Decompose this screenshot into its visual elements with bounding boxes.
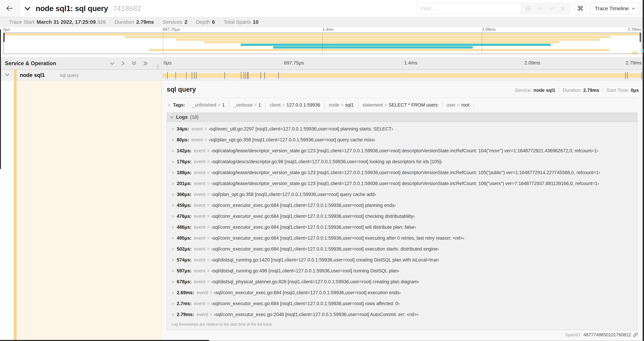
page-title: node sql1: sql query xyxy=(36,4,108,13)
chevron-right-icon[interactable] xyxy=(172,226,174,229)
log-entry-row[interactable]: 486μs: event = ‹sql/conn_executor_exec.g… xyxy=(167,222,637,233)
chevron-right-icon[interactable] xyxy=(172,248,174,251)
chevron-right-icon[interactable] xyxy=(172,237,174,240)
trace-summary-item: Trace StartMarch 31 2022, 17:25:09.326 xyxy=(5,19,110,25)
log-value: ‹sql/catalog/lease/descriptor_version_st… xyxy=(211,181,599,186)
log-timestamp: 201μs: xyxy=(177,181,192,186)
log-value: ‹sql/distsql_running.go:498 [nsql1,clien… xyxy=(211,268,399,274)
log-entry-row[interactable]: 502μs: event = ‹sql/conn_executor_exec.g… xyxy=(167,244,637,254)
span-timeline-cell[interactable] xyxy=(162,70,642,80)
log-entry-row[interactable]: 2.69ms: event = ‹sql/conn_executor_exec.… xyxy=(167,287,637,298)
summary-value: 2 xyxy=(184,19,188,25)
column-resizer-handle[interactable] xyxy=(157,65,159,69)
minimap-span-bar xyxy=(273,46,473,49)
logs-header[interactable]: Logs (18) xyxy=(167,113,637,122)
log-value: ‹sql/conn_executor_exec.go:2046 [nsql1,c… xyxy=(214,312,418,317)
log-entry-row[interactable]: 574μs: event = ‹sql/distsql_running.go:1… xyxy=(167,254,637,265)
summary-label: Services xyxy=(162,19,182,25)
log-value: ‹sql/conn_executor_exec.go:684 [nsql1,cl… xyxy=(214,290,400,295)
keyboard-shortcuts-button[interactable]: ⌘ xyxy=(574,3,586,14)
top-bar: node sql1: sql query 7418682 xyxy=(0,0,644,17)
log-timestamp: 597μs: xyxy=(177,268,192,274)
log-value: ‹sql/plan_opt.go:358 [nsql1,client=127.0… xyxy=(208,137,375,143)
span-duration-bar[interactable] xyxy=(162,74,642,78)
trace-view-selector[interactable]: Trace Timeline xyxy=(590,3,640,14)
log-entry-row[interactable]: 2.7ms: event = ‹sql/conn_executor_exec.g… xyxy=(167,298,637,309)
span-row[interactable]: node sql1 sql query xyxy=(0,70,644,81)
chevron-right-icon[interactable] xyxy=(172,171,174,174)
viewport-left-scrubber[interactable] xyxy=(4,33,5,42)
chevron-right-icon[interactable] xyxy=(172,204,174,207)
log-key: event xyxy=(194,214,206,219)
chevron-right-icon[interactable] xyxy=(168,103,170,107)
timeline-header: Service & Operation 0μs 697.75μs 1.4m xyxy=(0,57,644,70)
minimap-tick: 2.79ms xyxy=(628,27,641,32)
log-event-tick xyxy=(244,72,244,79)
log-entry-row[interactable]: 678μs: event = ‹sql/distsql_physical_pla… xyxy=(167,276,637,287)
log-timestamp: 574μs: xyxy=(177,257,192,263)
minimap-tick: 1.4ms xyxy=(322,27,334,32)
log-event-tick xyxy=(642,72,642,79)
chevron-right-icon[interactable] xyxy=(172,193,174,196)
chevron-right-icon[interactable] xyxy=(172,138,174,142)
chevron-right-icon[interactable] xyxy=(172,269,174,272)
tag-key-value: statement=SELECT * FROM users xyxy=(358,102,442,109)
back-button[interactable] xyxy=(0,0,20,17)
clear-find-icon[interactable] xyxy=(559,5,566,12)
trace-minimap[interactable] xyxy=(3,33,642,54)
log-entry-row[interactable]: 80μs: event = ‹sql/plan_opt.go:358 [nsql… xyxy=(167,134,637,145)
chevron-right-icon[interactable] xyxy=(172,291,174,294)
log-entry-row[interactable]: 495μs: event = ‹sql/conn_executor_exec.g… xyxy=(167,233,637,244)
chevron-right-icon[interactable] xyxy=(172,128,174,131)
ruler-label: 2.09ms xyxy=(522,57,642,69)
log-event-tick xyxy=(194,72,194,79)
log-entry-row[interactable]: 459μs: event = ‹sql/conn_executor_exec.g… xyxy=(167,200,637,211)
previous-match-icon[interactable] xyxy=(536,5,544,12)
log-timestamp: 176μs: xyxy=(177,159,192,164)
log-key: event xyxy=(194,181,206,186)
bottom-screen-edge xyxy=(0,340,209,341)
chevron-right-icon[interactable] xyxy=(172,313,174,316)
log-event-tick xyxy=(248,72,248,79)
double-chevron-down-icon[interactable] xyxy=(131,61,137,66)
minimap-span-bar xyxy=(204,41,560,43)
log-entry-row[interactable]: 476μs: event = ‹sql/conn_executor_exec.g… xyxy=(167,211,637,222)
chevron-down-icon[interactable] xyxy=(170,116,174,119)
chevron-right-icon[interactable] xyxy=(172,302,174,305)
chevron-right-icon[interactable] xyxy=(172,215,174,218)
chevron-right-icon[interactable] xyxy=(172,280,174,283)
log-entry-row[interactable]: 597μs: event = ‹sql/distsql_running.go:4… xyxy=(167,265,637,276)
chevron-right-icon[interactable] xyxy=(172,149,174,152)
collapse-trace-chevron-icon[interactable] xyxy=(24,6,31,11)
log-entry-row[interactable]: 366μs: event = ‹sql/plan_opt.go:358 [nsq… xyxy=(167,189,637,200)
log-entry-row[interactable]: 142μs: event = ‹sql/catalog/lease/descri… xyxy=(167,145,637,156)
log-key: event xyxy=(194,225,206,230)
next-match-icon[interactable] xyxy=(548,5,555,12)
log-entry-row[interactable]: 176μs: event = ‹sql/catalog/descs/descri… xyxy=(167,156,637,167)
chevron-down-icon[interactable] xyxy=(110,62,115,65)
collapse-span-chevron-icon[interactable] xyxy=(4,73,10,77)
trace-summary-item: Depth6 xyxy=(192,19,219,25)
arrow-left-icon xyxy=(6,5,14,12)
double-chevron-right-icon[interactable] xyxy=(143,61,148,66)
find-input[interactable] xyxy=(416,3,521,14)
log-entry-row[interactable]: 201μs: event = ‹sql/catalog/lease/descri… xyxy=(167,178,637,189)
span-detail-panel: sql query Service:node sql1 Duration:2.7… xyxy=(162,81,642,340)
chevron-right-icon[interactable] xyxy=(172,160,174,163)
tags-row[interactable]: Tags: _unfinished=1 _verbose=1 client=12… xyxy=(168,102,638,109)
log-entry-row[interactable]: 189μs: event = ‹sql/catalog/lease/descri… xyxy=(167,167,637,178)
chevron-right-icon[interactable] xyxy=(121,61,125,66)
chevron-right-icon[interactable] xyxy=(172,258,174,262)
minimap-span-bar xyxy=(149,49,610,51)
tag-key-value: _unfinished=1 xyxy=(188,102,229,109)
viewport-right-scrubber[interactable] xyxy=(640,33,641,42)
log-entry-row[interactable]: 2.79ms: event = ‹sql/conn_executor_exec.… xyxy=(167,309,637,320)
focus-match-icon[interactable] xyxy=(525,5,532,12)
link-icon[interactable] xyxy=(633,332,638,337)
chevron-right-icon[interactable] xyxy=(172,182,174,185)
log-key: event xyxy=(194,279,206,284)
log-key: event xyxy=(194,170,206,175)
trace-summary-bar: Trace StartMarch 31 2022, 17:25:09.326 D… xyxy=(0,17,644,27)
log-event-tick xyxy=(241,72,241,79)
log-entry-row[interactable]: 34μs: event = ‹sql/exec_util.go:2297 [ns… xyxy=(167,124,637,134)
